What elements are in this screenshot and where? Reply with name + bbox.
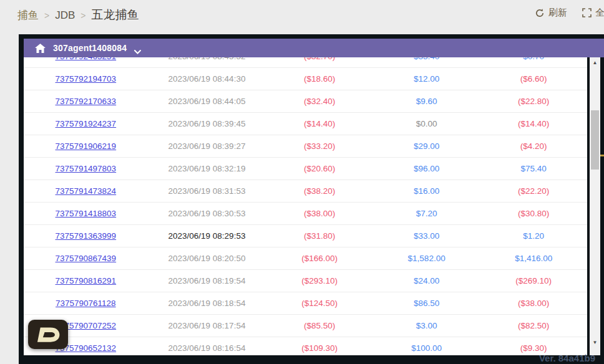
bet-amount-cell: ($293.10): [266, 276, 373, 285]
time-cell: 2023/06/19 08:20:50: [148, 254, 266, 263]
table-row: 73757921947032023/06/19 08:44:30($18.60)…: [24, 68, 587, 90]
table-row: 73757919242372023/06/19 08:39:45($14.40)…: [24, 113, 587, 135]
time-cell: 2023/06/19 08:16:54: [148, 343, 266, 353]
round-id-link[interactable]: 7375791418803: [56, 209, 117, 218]
scrollbar-thumb[interactable]: [591, 110, 599, 170]
bet-amount-cell: ($38.20): [266, 186, 373, 196]
win-amount-cell: $12.00: [373, 74, 480, 84]
return-button[interactable]: [28, 320, 68, 349]
round-id-cell: 7375791906219: [24, 141, 148, 151]
scroll-up-icon[interactable]: ▲: [590, 57, 600, 67]
net-amount-cell: ($269.10): [480, 276, 587, 285]
breadcrumb-item-current-game: 五龙捕鱼: [92, 7, 139, 23]
agent-name-label: 307agent1408084: [53, 43, 127, 53]
win-amount-cell: $1,582.00: [373, 254, 480, 263]
breadcrumb-item-fishing[interactable]: 捕鱼: [17, 8, 39, 22]
time-cell: 2023/06/19 08:29:53: [148, 231, 266, 241]
round-id-link[interactable]: 7375790761128: [56, 299, 116, 308]
fullscreen-icon: [582, 8, 592, 17]
scrollbar[interactable]: ▲ ▼: [590, 57, 600, 355]
time-cell: 2023/06/19 08:39:27: [148, 141, 266, 151]
time-cell: 2023/06/19 08:18:54: [148, 299, 266, 308]
time-cell: 2023/06/19 08:39:45: [148, 119, 266, 128]
bet-amount-cell: ($20.60): [266, 164, 373, 173]
round-id-link[interactable]: 7375790816291: [56, 276, 117, 285]
round-id-link[interactable]: 7375790867439: [56, 254, 117, 263]
time-cell: 2023/06/19 08:19:54: [148, 276, 266, 285]
fullscreen-label: 全屏: [595, 7, 604, 19]
bet-amount-cell: ($124.50): [266, 299, 373, 308]
win-amount-cell: $3.00: [373, 321, 480, 330]
bet-amount-cell: ($166.00): [266, 254, 373, 263]
table-row: 73757914188032023/06/19 08:30:53($38.00)…: [24, 203, 587, 225]
time-cell: 2023/06/19 08:45:32: [148, 57, 266, 61]
breadcrumb-item-jdb[interactable]: JDB: [55, 9, 75, 22]
game-panel: 307agent1408084 73757924652512023/06/19 …: [19, 34, 604, 364]
table-row: 73757919062192023/06/19 08:39:27($33.20)…: [24, 135, 587, 158]
win-amount-cell: $7.20: [373, 209, 480, 218]
table-body: 73757924652512023/06/19 08:45:32($32.70)…: [24, 57, 587, 355]
round-id-link[interactable]: 7375791363999: [56, 231, 117, 241]
net-amount-cell: ($14.40): [480, 119, 587, 128]
time-cell: 2023/06/19 08:31:53: [148, 186, 266, 196]
return-icon: [35, 324, 61, 345]
time-cell: 2023/06/19 08:30:53: [148, 209, 266, 218]
breadcrumb: 捕鱼 > JDB > 五龙捕鱼: [17, 7, 139, 23]
refresh-label: 刷新: [548, 7, 567, 19]
refresh-button[interactable]: 刷新: [535, 7, 567, 19]
table-row: 73757907072522023/06/19 08:17:54($85.50)…: [24, 315, 587, 337]
round-id-link[interactable]: 7375791473824: [56, 186, 117, 196]
bet-amount-cell: ($85.50): [266, 321, 373, 330]
net-amount-cell: $0.70: [480, 57, 587, 61]
agent-bar: 307agent1408084: [24, 39, 604, 57]
round-id-link[interactable]: 7375791924237: [56, 119, 117, 128]
home-icon[interactable]: [35, 44, 46, 53]
round-id-cell: 7375792465251: [24, 57, 148, 61]
win-amount-cell: $86.50: [373, 299, 480, 308]
breadcrumb-separator: >: [44, 11, 49, 21]
round-id-cell: 7375791418803: [24, 209, 148, 218]
win-amount-cell: $96.00: [373, 164, 480, 173]
round-id-link[interactable]: 7375791906219: [56, 141, 117, 151]
round-id-cell: 7375790816291: [24, 276, 148, 285]
net-amount-cell: $1,416.00: [480, 254, 587, 263]
bet-amount-cell: ($14.40): [266, 119, 373, 128]
results-table: 73757924652512023/06/19 08:45:32($32.70)…: [24, 57, 587, 355]
table-row: 73757907611282023/06/19 08:18:54($124.50…: [24, 292, 587, 315]
round-id-link[interactable]: 7375792194703: [56, 74, 117, 84]
round-id-cell: 7375792170633: [24, 97, 148, 106]
time-cell: 2023/06/19 08:17:54: [148, 321, 266, 330]
time-cell: 2023/06/19 08:44:05: [148, 97, 266, 106]
table-row: 73757921706332023/06/19 08:44:05($32.40)…: [24, 90, 587, 113]
net-amount-cell: ($6.60): [480, 74, 587, 84]
bet-amount-cell: ($18.60): [266, 74, 373, 84]
round-id-link[interactable]: 7375791497803: [56, 164, 117, 173]
round-id-link[interactable]: 7375792170633: [56, 97, 117, 106]
bet-amount-cell: ($109.30): [266, 343, 373, 353]
net-amount-cell: ($38.00): [480, 299, 587, 308]
table-row: 73757914978032023/06/19 08:32:19($20.60)…: [24, 158, 587, 180]
win-amount-cell: $29.00: [373, 141, 480, 151]
scroll-down-icon[interactable]: ▼: [590, 337, 600, 347]
round-id-cell: 7375790761128: [24, 299, 148, 308]
win-amount-cell: $24.00: [373, 276, 480, 285]
net-amount-cell: ($22.20): [480, 186, 587, 196]
fullscreen-button[interactable]: 全屏: [582, 7, 604, 19]
agent-dropdown[interactable]: 307agent1408084: [53, 43, 141, 53]
bet-amount-cell: ($32.40): [266, 97, 373, 106]
round-id-link[interactable]: 7375792465251: [56, 57, 117, 61]
win-amount-cell: $33.40: [373, 57, 480, 61]
time-cell: 2023/06/19 08:44:30: [148, 74, 266, 84]
round-id-cell: 7375791363999: [24, 231, 148, 241]
win-amount-cell: $9.60: [373, 97, 480, 106]
net-amount-cell: ($82.50): [480, 321, 587, 330]
table-row: 73757924652512023/06/19 08:45:32($32.70)…: [24, 57, 587, 68]
version-label: Ver. 84a41b9: [539, 353, 595, 363]
table-row: 73757914738242023/06/19 08:31:53($38.20)…: [24, 180, 587, 203]
net-amount-cell: ($22.80): [480, 97, 587, 106]
table-row: 73757913639992023/06/19 08:29:53($31.80)…: [24, 225, 587, 247]
panel-edge-marker: [600, 155, 604, 156]
refresh-icon: [535, 8, 545, 18]
round-id-cell: 7375792194703: [24, 74, 148, 84]
win-amount-cell: $16.00: [373, 186, 480, 196]
